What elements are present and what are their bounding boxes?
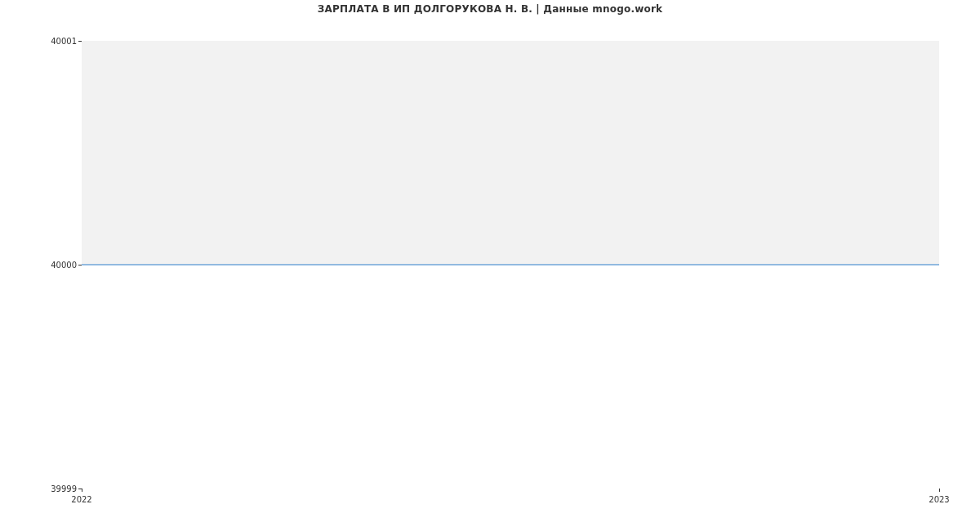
y-tick-label: 39999	[51, 484, 77, 493]
x-tick-label: 2023	[929, 495, 949, 504]
y-tick-label: 40001	[51, 37, 77, 46]
chart-container: ЗАРПЛАТА В ИП ДОЛГОРУКОВА Н. В. | Данные…	[0, 0, 980, 531]
chart-title: ЗАРПЛАТА В ИП ДОЛГОРУКОВА Н. В. | Данные…	[0, 3, 980, 15]
plot-area	[82, 41, 939, 489]
x-tick	[939, 489, 940, 492]
x-tick	[82, 489, 82, 492]
x-tick-label: 2022	[71, 495, 91, 504]
area-fill	[82, 41, 939, 265]
series-line	[82, 265, 939, 266]
y-tick-label: 40000	[51, 261, 77, 270]
